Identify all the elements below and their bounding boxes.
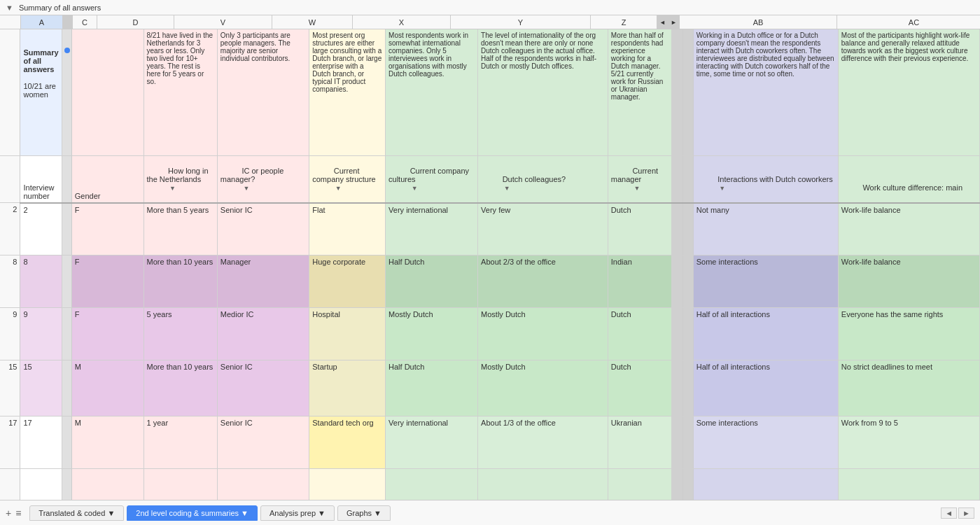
cell-v[interactable]: Manager bbox=[217, 255, 309, 308]
cell-z[interactable]: Ukranian bbox=[608, 416, 672, 469]
cell-ab[interactable]: Some interactions bbox=[693, 255, 838, 308]
cell-a[interactable]: 8 bbox=[20, 255, 62, 308]
cell-d[interactable]: More than 10 years bbox=[144, 360, 217, 416]
cell-a[interactable]: 9 bbox=[20, 308, 62, 360]
scroll-nav-left-button[interactable]: ◄ bbox=[941, 507, 957, 519]
col-header-x[interactable]: X bbox=[353, 15, 451, 29]
summary-x[interactable]: Most respondents work in somewhat intern… bbox=[386, 29, 478, 155]
sort-icon-v[interactable]: ▼ bbox=[243, 185, 249, 192]
add-sheet-button[interactable]: + bbox=[6, 507, 11, 519]
col-header-ab[interactable]: AB bbox=[680, 15, 837, 29]
cell-v[interactable]: Senior IC bbox=[217, 416, 309, 469]
header-w[interactable]: Current company structure ▼ bbox=[309, 155, 386, 203]
cell-a[interactable]: 2 bbox=[20, 203, 62, 255]
sheet-menu-button[interactable]: ≡ bbox=[15, 507, 21, 519]
cell-ab[interactable]: Half of all interactions bbox=[693, 360, 838, 416]
cell-y[interactable]: Mostly Dutch bbox=[478, 360, 608, 416]
cell-d[interactable]: 1 year bbox=[144, 416, 217, 469]
tab-analysis-prep[interactable]: Analysis prep ▼ bbox=[260, 505, 335, 521]
cell-ac[interactable]: No strict deadlines to meet bbox=[838, 360, 979, 416]
col-header-c[interactable]: C bbox=[73, 15, 97, 29]
sort-icon-y[interactable]: ▼ bbox=[504, 185, 510, 192]
cell-v[interactable]: Senior IC bbox=[217, 203, 309, 255]
summary-z[interactable]: More than half of respondents had experi… bbox=[608, 29, 672, 155]
col-header-ac[interactable]: AC bbox=[837, 15, 980, 29]
header-x[interactable]: Current company cultures ▼ bbox=[386, 155, 478, 203]
sort-icon-d[interactable]: ▼ bbox=[169, 185, 176, 192]
col-header-nav-left[interactable]: ◄ bbox=[657, 15, 668, 29]
cell-ab[interactable] bbox=[693, 469, 838, 500]
cell-w[interactable]: Startup bbox=[309, 360, 386, 416]
col-header-v[interactable]: V bbox=[174, 15, 272, 29]
cell-ab[interactable]: Some interactions bbox=[693, 416, 838, 469]
tab-translated-coded[interactable]: Translated & coded ▼ bbox=[29, 505, 124, 521]
scroll-nav-right-button[interactable]: ► bbox=[958, 507, 974, 519]
cell-a[interactable]: 15 bbox=[20, 360, 62, 416]
cell-x[interactable]: Very international bbox=[386, 416, 478, 469]
col-header-z[interactable]: Z bbox=[591, 15, 657, 29]
cell-z[interactable]: Indian bbox=[608, 255, 672, 308]
cell-ac[interactable] bbox=[838, 469, 979, 500]
col-header-nav-right[interactable]: ► bbox=[668, 15, 680, 29]
cell-y[interactable]: Very few bbox=[478, 203, 608, 255]
header-d[interactable]: How long in the Netherlands ▼ bbox=[144, 155, 217, 203]
cell-x[interactable] bbox=[386, 469, 478, 500]
header-v[interactable]: IC or people manager? ▼ bbox=[217, 155, 309, 203]
cell-c[interactable]: M bbox=[71, 360, 144, 416]
summary-w[interactable]: Most present org structures are either l… bbox=[309, 29, 386, 155]
cell-y[interactable] bbox=[478, 469, 608, 500]
cell-w[interactable]: Huge corporate bbox=[309, 255, 386, 308]
cell-w[interactable]: Flat bbox=[309, 203, 386, 255]
cell-ab[interactable]: Not many bbox=[693, 203, 838, 255]
cell-x[interactable]: Half Dutch bbox=[386, 255, 478, 308]
cell-y[interactable]: About 1/3 of the office bbox=[478, 416, 608, 469]
cell-c[interactable]: M bbox=[71, 416, 144, 469]
summary-ac[interactable]: Most of the participants highlight work-… bbox=[838, 29, 979, 155]
summary-d[interactable]: 8/21 have lived in the Netherlands for 3… bbox=[144, 29, 217, 155]
col-header-y[interactable]: Y bbox=[451, 15, 591, 29]
sort-icon-w[interactable]: ▼ bbox=[335, 185, 342, 192]
header-ac[interactable]: Work culture difference: main bbox=[838, 155, 979, 203]
header-z[interactable]: Current manager ▼ bbox=[608, 155, 672, 203]
summary-y[interactable]: The level of internationality of the org… bbox=[478, 29, 608, 155]
cell-v[interactable]: Senior IC bbox=[217, 360, 309, 416]
cell-x[interactable]: Half Dutch bbox=[386, 360, 478, 416]
sort-icon-ab[interactable]: ▼ bbox=[719, 185, 725, 192]
cell-y[interactable]: About 2/3 of the office bbox=[478, 255, 608, 308]
cell-w[interactable] bbox=[309, 469, 386, 500]
cell-z[interactable] bbox=[608, 469, 672, 500]
cell-x[interactable]: Very international bbox=[386, 203, 478, 255]
summary-a[interactable]: Summary of all answers 10/21 are women bbox=[20, 29, 62, 155]
sort-icon-z[interactable]: ▼ bbox=[634, 185, 640, 192]
cell-d[interactable]: More than 5 years bbox=[144, 203, 217, 255]
tab-2nd-level-coding[interactable]: 2nd level coding & summaries ▼ bbox=[127, 505, 258, 521]
cell-d[interactable]: 5 years bbox=[144, 308, 217, 360]
sort-icon-x[interactable]: ▼ bbox=[412, 185, 418, 192]
cell-v[interactable] bbox=[217, 469, 309, 500]
cell-ab[interactable]: Half of all interactions bbox=[693, 308, 838, 360]
cell-a[interactable]: 17 bbox=[20, 416, 62, 469]
cell-ac[interactable]: Work from 9 to 5 bbox=[838, 416, 979, 469]
cell-d[interactable]: More than 10 years bbox=[144, 255, 217, 308]
col-header-w[interactable]: W bbox=[272, 15, 353, 29]
cell-c[interactable]: F bbox=[71, 308, 144, 360]
cell-w[interactable]: Hospital bbox=[309, 308, 386, 360]
cell-ac[interactable]: Work-life balance bbox=[838, 255, 979, 308]
cell-ac[interactable]: Work-life balance bbox=[838, 203, 979, 255]
cell-z[interactable]: Dutch bbox=[608, 360, 672, 416]
tab-graphs[interactable]: Graphs ▼ bbox=[337, 505, 391, 521]
header-y[interactable]: Dutch colleagues? ▼ bbox=[478, 155, 608, 203]
cell-c[interactable]: F bbox=[71, 203, 144, 255]
cell-c[interactable]: F bbox=[71, 255, 144, 308]
cell-c[interactable] bbox=[71, 469, 144, 500]
col-header-a[interactable]: A bbox=[21, 15, 63, 29]
header-ab[interactable]: Interactions with Dutch coworkers ▼ bbox=[693, 155, 838, 203]
cell-a[interactable] bbox=[20, 469, 62, 500]
dropdown-arrow-icon[interactable]: ▼ bbox=[6, 4, 13, 12]
cell-d[interactable] bbox=[144, 469, 217, 500]
cell-x[interactable]: Mostly Dutch bbox=[386, 308, 478, 360]
cell-w[interactable]: Standard tech org bbox=[309, 416, 386, 469]
cell-z[interactable]: Dutch bbox=[608, 308, 672, 360]
cell-ac[interactable]: Everyone has the same rights bbox=[838, 308, 979, 360]
cell-z[interactable]: Dutch bbox=[608, 203, 672, 255]
